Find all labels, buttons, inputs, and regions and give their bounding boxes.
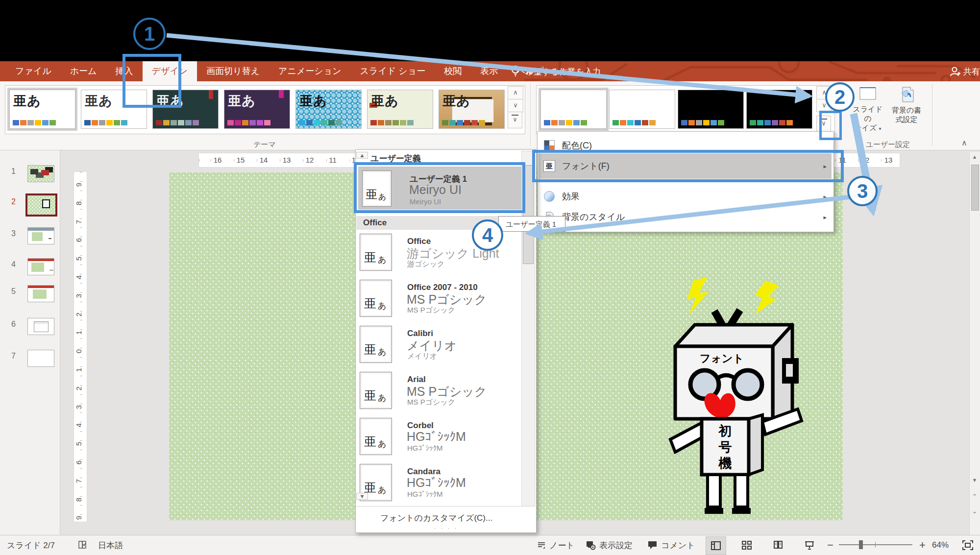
scrollbar-thumb[interactable] xyxy=(971,165,979,211)
font-list-scrollbar[interactable] xyxy=(521,151,535,507)
notes-button[interactable]: ノート xyxy=(537,535,575,555)
slide-row-6[interactable]: 6 xyxy=(0,317,60,338)
ribbon-tab-3[interactable]: 挿入 xyxy=(106,61,143,81)
slide-row-3[interactable]: 3 xyxy=(0,226,60,248)
themes-scroll-up-icon[interactable]: ∧ xyxy=(508,86,523,99)
font-scheme-item-selected[interactable]: 亜あ ユーザー定義 1 Meiryo UI Meiryo UI xyxy=(358,167,522,210)
variants-scroll-down-icon[interactable]: ∨ xyxy=(816,99,832,112)
slide-sorter-view-button[interactable] xyxy=(737,536,757,554)
font-list-scroll-down-icon[interactable]: ▼ xyxy=(356,493,368,500)
menu-item-3[interactable]: 効果▸ xyxy=(539,187,832,206)
themes-scroll-down-icon[interactable]: ∨ xyxy=(508,99,523,112)
slide-row-4[interactable]: 4 xyxy=(0,257,60,279)
variants-more-button[interactable]: ∨ xyxy=(816,116,831,132)
font-list-scrollbar-thumb[interactable] xyxy=(523,165,534,264)
ribbon-tab-5[interactable]: 画面切り替え xyxy=(197,61,269,81)
theme-thumbnail-1[interactable]: 亜あ xyxy=(9,90,75,129)
font-scheme-thumbnail: 亜あ xyxy=(362,170,392,207)
font-scheme-item-5[interactable]: 亜あCorbelHGｺﾞｼｯｸMHGｺﾞｼｯｸM xyxy=(356,414,522,460)
color-chip xyxy=(642,120,648,125)
slide-row-2[interactable]: 2 xyxy=(0,194,60,216)
slide-thumbnail-1[interactable] xyxy=(27,165,54,182)
font-scheme-item-6[interactable]: 亜あCandaraHGｺﾞｼｯｸMHGｺﾞｼｯｸM xyxy=(356,460,522,506)
theme-thumbnail-2[interactable]: 亜あ xyxy=(81,90,147,129)
zoom-in-button[interactable]: + xyxy=(919,535,926,555)
group-divider-2 xyxy=(932,83,932,146)
slide-thumbnail-2[interactable] xyxy=(25,193,57,217)
theme-thumbnail-7[interactable]: 亜あ xyxy=(439,90,505,129)
slide-row-7[interactable]: 7 xyxy=(0,349,60,370)
ruler-number: 11 xyxy=(836,156,848,164)
previous-slide-button[interactable]: ⌃ xyxy=(971,493,979,500)
scroll-up-icon[interactable]: ▲ xyxy=(971,154,979,160)
format-background-button[interactable]: 背景の書 式設定 xyxy=(888,84,925,139)
spellcheck-button[interactable] xyxy=(77,535,88,555)
ruler-number: 8 xyxy=(74,496,83,502)
vertical-scrollbar[interactable]: ▲ ▼ ⌃ ⌄ xyxy=(969,152,980,535)
sample-glyph: 亜 xyxy=(364,341,376,358)
sample-glyph-2: あ xyxy=(378,484,386,496)
variant-thumbnail-3[interactable] xyxy=(678,90,744,129)
ribbon-tab-7[interactable]: スライド ショー xyxy=(351,61,435,81)
slide-thumbnail-7[interactable] xyxy=(27,350,54,367)
menu-item-1[interactable]: 配色(C) xyxy=(539,136,832,155)
color-chip xyxy=(750,120,756,125)
slide-thumbnail-3[interactable] xyxy=(27,227,54,244)
normal-view-button[interactable] xyxy=(706,536,726,555)
menu-item-4[interactable]: 背景のスタイル▸ xyxy=(539,207,832,227)
theme-thumbnail-4[interactable]: 亜あ xyxy=(224,90,290,129)
slide-thumbnail-4[interactable] xyxy=(27,258,54,275)
slide-row-1[interactable]: 1 xyxy=(0,164,60,186)
share-button[interactable]: 共有 xyxy=(950,63,980,80)
font-scheme-list: 亜あOffice游ゴシック Light游ゴシック亜あOffice 2007 - … xyxy=(356,230,522,507)
font-scheme-item-4[interactable]: 亜あArialMS PゴシックMS Pゴシック xyxy=(356,368,522,414)
font-scheme-item-3[interactable]: 亜あCalibriメイリオメイリオ xyxy=(356,322,522,368)
slideshow-view-button[interactable] xyxy=(800,536,819,554)
collapse-ribbon-icon[interactable]: ∧ xyxy=(961,138,967,147)
slide-size-button[interactable]: スライドの サイズ ▾ xyxy=(849,84,886,139)
themes-more-button[interactable]: ∨ xyxy=(508,112,522,128)
color-chip xyxy=(42,120,49,125)
zoom-out-button[interactable]: − xyxy=(827,535,833,555)
menu-item-label: フォント(F) xyxy=(562,160,610,172)
variant-thumbnail-4[interactable] xyxy=(746,90,812,129)
variant-thumbnail-1[interactable] xyxy=(540,90,607,129)
slide-thumbnail-5[interactable] xyxy=(27,285,54,302)
color-chip xyxy=(400,120,406,125)
fit-to-window-button[interactable] xyxy=(962,535,973,555)
theme-thumbnail-3[interactable]: 亜あ xyxy=(152,90,219,129)
slide-row-5[interactable]: 5 xyxy=(0,284,60,306)
menu-item-2[interactable]: 亜フォント(F)▸ xyxy=(539,153,832,179)
ribbon-tab-2[interactable]: ホーム xyxy=(61,61,106,81)
ribbon-tab-4[interactable]: デザイン xyxy=(143,61,197,81)
font-scheme-item-1[interactable]: 亜あOffice游ゴシック Light游ゴシック xyxy=(356,230,522,276)
ribbon-tab-8[interactable]: 校閲 xyxy=(435,61,471,81)
tell-me-search[interactable]: 希望する作業を入力 xyxy=(511,63,601,80)
comments-button[interactable]: コメント xyxy=(648,535,695,555)
spellcheck-book-icon xyxy=(77,540,88,550)
language-indicator[interactable]: 日本語 xyxy=(98,535,123,555)
theme-thumbnail-6[interactable]: 亜あ xyxy=(367,90,433,129)
theme-thumbnail-5[interactable]: 亜あ xyxy=(295,90,362,129)
ribbon-tab-9[interactable]: 表示 xyxy=(471,61,507,81)
font-scheme-body-font: Meiryo UI xyxy=(410,197,441,206)
reading-view-button[interactable] xyxy=(768,536,788,554)
color-chip xyxy=(49,120,56,125)
font-list-scroll-up-icon[interactable]: ▲ xyxy=(356,152,368,159)
customize-fonts-menu-item[interactable]: フォントのカスタマイズ(C)... xyxy=(380,512,492,524)
variants-scroll-up-icon[interactable]: ∧ xyxy=(816,86,832,99)
variant-thumbnail-2[interactable] xyxy=(609,90,675,129)
theme-color-chips xyxy=(84,120,127,125)
zoom-slider-thumb[interactable] xyxy=(859,540,863,549)
ribbon-tab-6[interactable]: アニメーション xyxy=(269,61,351,81)
slide-thumbnail-6[interactable] xyxy=(27,318,54,335)
ruler-number: 5 xyxy=(74,441,83,447)
display-settings-button[interactable]: 表示設定 xyxy=(586,535,633,555)
next-slide-button[interactable]: ⌄ xyxy=(971,507,979,515)
zoom-slider-track[interactable] xyxy=(839,544,912,545)
font-scheme-item-2[interactable]: 亜あOffice 2007 - 2010MS PゴシックMS Pゴシック xyxy=(356,276,522,322)
scroll-down-icon[interactable]: ▼ xyxy=(971,477,979,483)
display-settings-label: 表示設定 xyxy=(599,540,633,551)
ribbon-tab-1[interactable]: ファイル xyxy=(6,61,61,81)
zoom-level[interactable]: 64% xyxy=(932,535,949,555)
